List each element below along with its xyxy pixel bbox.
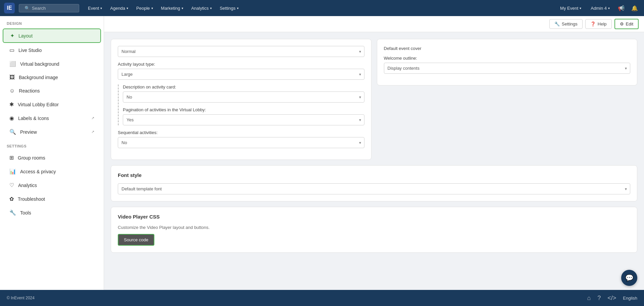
code-icon[interactable]: </> xyxy=(607,295,616,302)
activity-layout-select[interactable]: Large Medium Small xyxy=(118,69,364,80)
sidebar: DESIGN ✦ Layout ▭ Live Studio ⬜ Virtual … xyxy=(0,16,104,290)
sidebar-item-live-studio[interactable]: ▭ Live Studio xyxy=(3,44,101,57)
top-navigation: IE 🔍 Search Event ▾ Agenda ▾ People ▾ Ma… xyxy=(0,0,644,16)
external-link-icon: ↗ xyxy=(91,130,94,134)
bell-icon[interactable]: 🔔 xyxy=(629,3,640,13)
app-logo: IE xyxy=(4,3,15,13)
dashed-section: Description on activity card: No Yes ▾ xyxy=(118,84,364,125)
sidebar-item-tools[interactable]: 🔧 Tools xyxy=(3,206,101,219)
chevron-down-icon: ▾ xyxy=(210,6,212,10)
video-player-css-title: Video Player CSS xyxy=(118,214,630,220)
home-icon[interactable]: ⌂ xyxy=(587,295,591,302)
reactions-icon: ☺ xyxy=(9,88,15,94)
access-privacy-icon: 📊 xyxy=(9,168,16,175)
group-rooms-icon: ⊞ xyxy=(9,155,14,161)
nav-marketing[interactable]: Marketing ▾ xyxy=(158,4,187,13)
background-image-icon: 🖼 xyxy=(9,74,15,80)
nav-event[interactable]: Event ▾ xyxy=(85,4,105,13)
welcome-outline-label: Welcome outline: xyxy=(384,56,631,61)
nav-right: My Event ▾ Admin 4 ▾ 📢 🔔 xyxy=(557,3,640,13)
sequential-select[interactable]: No Yes xyxy=(118,137,364,148)
gear-icon: ⚙ xyxy=(620,21,624,26)
font-style-card: Font style Default template font ▾ xyxy=(111,165,637,201)
layout-icon: ✦ xyxy=(10,33,14,39)
video-player-css-card: Video Player CSS Customize the Video Pla… xyxy=(111,207,637,253)
nav-analytics[interactable]: Analytics ▾ xyxy=(188,4,215,13)
default-event-cover-row: Default event cover xyxy=(384,46,631,51)
settings-button[interactable]: 🔧 Settings xyxy=(549,19,583,29)
main-toolbar: 🔧 Settings ❓ Help ⚙ Edit xyxy=(104,16,644,32)
welcome-outline-row: Welcome outline: Display contents Hidden… xyxy=(384,56,631,74)
help-button[interactable]: ❓ Help xyxy=(585,19,612,29)
sidebar-item-virtual-background[interactable]: ⬜ Virtual background xyxy=(3,57,101,70)
chevron-down-icon: ▾ xyxy=(608,6,610,10)
sidebar-item-group-rooms[interactable]: ⊞ Group rooms xyxy=(3,151,101,164)
sequential-row: Sequential activities: No Yes ▾ xyxy=(118,130,364,148)
settings-section-label: SETTINGS xyxy=(0,139,104,151)
virtual-bg-icon: ⬜ xyxy=(9,61,16,67)
pagination-row: Pagination of activities in the Virtual … xyxy=(123,107,364,125)
edit-button[interactable]: ⚙ Edit xyxy=(614,19,639,29)
chevron-down-icon: ▾ xyxy=(237,6,239,10)
top-section: Normal ▾ Activity layout type: Large Med… xyxy=(111,39,637,160)
live-studio-icon: ▭ xyxy=(9,47,14,53)
bottom-right: ⌂ ? </> English xyxy=(587,295,637,302)
description-card-row: Description on activity card: No Yes ▾ xyxy=(123,84,364,103)
wrench-icon: 🔧 xyxy=(554,21,560,26)
sidebar-item-access-privacy[interactable]: 📊 Access & privacy xyxy=(3,165,101,178)
help-icon: ❓ xyxy=(590,21,596,26)
bottom-bar: © InEvent 2024 ⌂ ? </> English xyxy=(0,290,644,306)
main-content: 🔧 Settings ❓ Help ⚙ Edit xyxy=(104,16,644,290)
left-form-card: Normal ▾ Activity layout type: Large Med… xyxy=(111,39,371,160)
question-icon[interactable]: ? xyxy=(597,295,601,302)
chevron-down-icon: ▾ xyxy=(100,6,102,10)
troubleshoot-icon: ✿ xyxy=(9,196,14,202)
nav-people[interactable]: People ▾ xyxy=(133,4,156,13)
description-card-select[interactable]: No Yes xyxy=(123,91,364,103)
lobby-editor-icon: ✱ xyxy=(9,101,14,108)
welcome-outline-select[interactable]: Display contents Hidden xyxy=(384,63,631,74)
sidebar-item-analytics[interactable]: ♡ Analytics xyxy=(3,179,101,192)
external-link-icon: ↗ xyxy=(91,116,94,120)
video-player-description: Customize the Video Player layout and bu… xyxy=(118,225,630,230)
design-section-label: DESIGN xyxy=(0,16,104,28)
analytics-icon: ♡ xyxy=(9,182,14,188)
tools-icon: 🔧 xyxy=(9,209,16,216)
description-card-label: Description on activity card: xyxy=(123,84,364,89)
chat-fab-button[interactable]: 💬 xyxy=(621,270,637,286)
pagination-select[interactable]: Yes No xyxy=(123,114,364,125)
nav-menu: Event ▾ Agenda ▾ People ▾ Marketing ▾ An… xyxy=(85,4,557,13)
chevron-down-icon: ▾ xyxy=(580,6,581,10)
search-box[interactable]: 🔍 Search xyxy=(19,4,79,12)
nav-settings[interactable]: Settings ▾ xyxy=(216,4,242,13)
default-event-cover-label: Default event cover xyxy=(384,46,631,51)
activity-layout-label: Activity layout type: xyxy=(118,62,364,67)
activity-layout-row: Activity layout type: Large Medium Small… xyxy=(118,62,364,80)
search-placeholder: Search xyxy=(32,6,46,11)
sidebar-item-background-image[interactable]: 🖼 Background image xyxy=(3,71,101,84)
source-code-button[interactable]: Source code xyxy=(118,234,154,246)
font-style-select[interactable]: Default template font xyxy=(118,183,630,194)
copyright-text: © InEvent 2024 xyxy=(7,296,35,300)
megaphone-icon[interactable]: 📢 xyxy=(616,3,627,13)
nav-agenda[interactable]: Agenda ▾ xyxy=(107,4,132,13)
sidebar-item-labels-icons[interactable]: ◉ Labels & Icons ↗ xyxy=(3,112,101,125)
sidebar-item-preview[interactable]: 🔍 Preview ↗ xyxy=(3,125,101,138)
admin-button[interactable]: Admin 4 ▾ xyxy=(587,4,613,13)
normal-select[interactable]: Normal xyxy=(118,46,364,57)
normal-row: Normal ▾ xyxy=(118,46,364,57)
sidebar-item-troubleshoot[interactable]: ✿ Troubleshoot xyxy=(3,192,101,205)
language-label[interactable]: English xyxy=(623,296,637,301)
pagination-label: Pagination of activities in the Virtual … xyxy=(123,107,364,112)
sequential-label: Sequential activities: xyxy=(118,130,364,135)
right-panel-card: Default event cover Welcome outline: Dis… xyxy=(377,39,638,85)
my-event-button[interactable]: My Event ▾ xyxy=(557,4,585,13)
sidebar-item-layout[interactable]: ✦ Layout xyxy=(3,28,101,43)
content-inner: Normal ▾ Activity layout type: Large Med… xyxy=(104,32,644,259)
sidebar-item-reactions[interactable]: ☺ Reactions xyxy=(3,84,101,97)
chevron-down-icon: ▾ xyxy=(151,6,153,10)
chevron-down-icon: ▾ xyxy=(182,6,183,10)
font-style-title: Font style xyxy=(118,172,630,178)
sidebar-item-virtual-lobby-editor[interactable]: ✱ Virtual Lobby Editor xyxy=(3,98,101,111)
labels-icons-icon: ◉ xyxy=(9,115,14,121)
